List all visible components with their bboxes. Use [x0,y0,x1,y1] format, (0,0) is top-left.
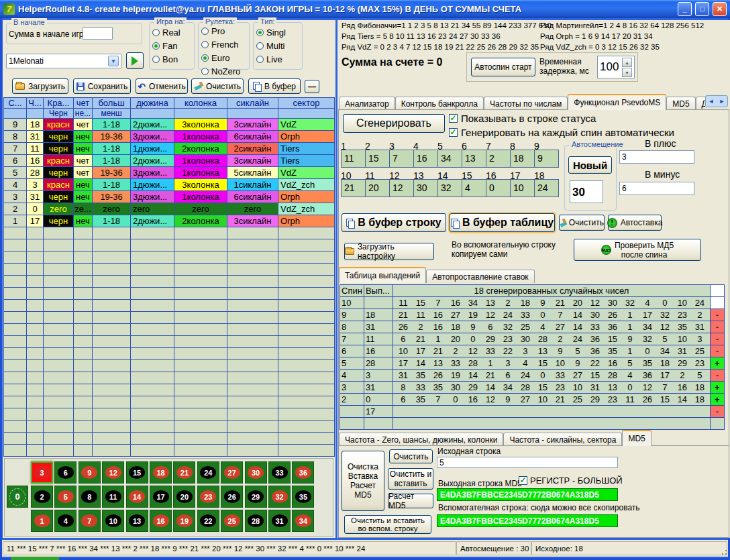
radio-nozero[interactable]: NoZero [201,66,246,76]
board-cell-33[interactable]: 33 [268,461,291,484]
buffer-table-button[interactable]: В буфер таблицу [450,213,555,232]
undo-button[interactable]: ↶Отменить [136,78,188,94]
tab-scroll-right-icon[interactable]: ► [719,98,725,105]
run-profile-button[interactable] [126,52,144,69]
spinner-up-icon[interactable]: ▲ [622,58,632,67]
board-cell-35[interactable]: 35 [292,486,314,508]
md5-calc-button[interactable]: Расчет MD5 [388,494,433,508]
board-cell-21[interactable]: 21 [173,461,195,484]
tab-частота-сиклайны-сектора[interactable]: Частота - сиклайны, сектора [503,433,622,446]
tab-деление-ко[interactable]: Деление ко [696,97,705,110]
board-cell-29[interactable]: 29 [245,486,267,508]
board-cell-28[interactable]: 28 [245,510,267,532]
board-cell-25[interactable]: 25 [221,510,243,532]
minimize-button[interactable]: _ [678,2,692,16]
board-cell-12[interactable]: 12 [102,461,124,484]
radio-french[interactable]: French [201,40,246,50]
radio-icon[interactable] [256,42,264,50]
save-button[interactable]: Сохранить [73,78,131,94]
tab-md5[interactable]: MD5 [622,430,651,446]
board-cell-18[interactable]: 18 [150,461,172,484]
radio-icon[interactable] [256,56,264,63]
radio-real[interactable]: Real [152,27,191,38]
board-cell-27[interactable]: 27 [221,461,243,484]
board-cell-30[interactable]: 30 [245,461,267,484]
autospin-start-button[interactable]: Автоспин старт [471,58,535,76]
checkbox-checked-icon[interactable]: ✓ [449,128,458,137]
board-cell-13[interactable]: 13 [126,510,148,532]
board-cell-11[interactable]: 11 [102,486,124,508]
board-cell-36[interactable]: 36 [292,461,314,484]
tab-анализатор[interactable]: Анализатор [339,97,395,110]
tab-md5[interactable]: MD5 [666,97,695,110]
board-cell-1[interactable]: 1 [31,510,53,532]
board-cell-34[interactable]: 34 [292,510,314,532]
tab-частота-zero-шансы-дюжины-колонки[interactable]: Частота - Zero, шансы, дюжины, колонки [339,433,503,446]
radio-icon[interactable] [201,27,209,35]
board-cell-26[interactable]: 26 [221,486,243,508]
board-cell-8[interactable]: 8 [79,486,101,508]
radio-euro[interactable]: Euro [201,53,246,63]
board-cell-2[interactable]: 2 [31,486,53,508]
md5-clear-button[interactable]: Очистить [389,449,433,463]
board-cell-15[interactable]: 15 [126,461,148,484]
radio-pro[interactable]: Pro [201,26,246,36]
radio-icon[interactable] [152,29,160,36]
minus-input[interactable] [619,182,694,195]
md5-clear-paste-aux-button[interactable]: Очистить и вставить во вспом. строку [344,515,431,534]
radio-bon[interactable]: Bon [152,54,191,64]
maximize-button[interactable]: □ [695,2,709,16]
board-cell-10[interactable]: 10 [102,510,124,532]
collapse-button[interactable]: — [305,80,319,93]
radio-icon[interactable] [201,54,209,62]
tab-таблица-выпадений[interactable]: Таблица выпадений [339,267,426,283]
board-cell-9[interactable]: 9 [79,461,101,484]
board-cell-20[interactable]: 20 [173,486,195,508]
delay-spinner[interactable]: 100 ▲ ▼ [597,56,635,78]
board-cell-14[interactable]: 14 [126,486,148,508]
check-md5-button[interactable]: МД5Проверить МД5 после спина [574,239,701,261]
board-cell-0[interactable]: 0 [7,486,28,508]
md5-source-input[interactable] [437,457,618,468]
board-cell-7[interactable]: 7 [79,510,101,532]
radio-icon[interactable] [201,68,209,75]
cb-show-status[interactable]: ✓ Показывать в строке статуса [449,113,596,124]
board-cell-32[interactable]: 32 [268,486,291,508]
radio-icon[interactable] [152,56,160,63]
plus-input[interactable] [619,150,694,164]
clear-button[interactable]: Очистить [191,78,244,94]
generate-button[interactable]: Сгенерировать [343,114,445,133]
board-cell-17[interactable]: 17 [150,486,172,508]
radio-icon[interactable] [152,42,160,50]
board-cell-19[interactable]: 19 [173,510,195,532]
board-cell-23[interactable]: 23 [197,486,219,508]
profile-combo[interactable]: 1Melonati ▼ [6,54,121,68]
radio-multi[interactable]: Multi [256,41,299,51]
load-settings-button[interactable]: Загрузить настройку [344,243,434,260]
tab-scroll-left-icon[interactable]: ◄ [709,98,715,105]
board-cell-4[interactable]: 4 [54,510,76,532]
board-cell-22[interactable]: 22 [197,510,219,532]
board-cell-3[interactable]: 3 [31,461,53,484]
checkbox-checked-icon[interactable]: ✓ [449,114,458,123]
radio-live[interactable]: Live [256,54,299,64]
md5-clear-paste-button[interactable]: Очистить и вставить [388,468,433,490]
radio-icon[interactable] [256,29,264,36]
tab-функционал-psevdoms[interactable]: Функционал PsevdoMS [568,94,666,110]
close-button[interactable]: ✕ [713,2,727,16]
board-cell-16[interactable]: 16 [150,510,172,532]
radio-singl[interactable]: Singl [256,27,299,38]
md5-case-checkbox[interactable]: ✓ РЕГИСТР - БОЛЬШОЙ [519,475,623,486]
md5-big-button[interactable]: Очистка Вставка Расчет MD5 [342,451,384,511]
radio-fan[interactable]: Fan [152,41,191,51]
combo-dropdown-icon[interactable]: ▼ [108,56,119,66]
start-sum-input[interactable] [83,27,113,40]
tab-scroll-buttons[interactable]: ◄► [705,95,728,107]
tab-частоты-по-числам[interactable]: Частоты по числам [484,97,568,110]
board-cell-24[interactable]: 24 [197,461,219,484]
radio-icon[interactable] [201,41,209,48]
load-button[interactable]: Загрузить [12,78,68,94]
checkbox-checked-icon[interactable]: ✓ [519,476,527,485]
tab-автопроставление-ставок[interactable]: Автопроставление ставок [426,270,534,283]
board-cell-31[interactable]: 31 [268,510,291,532]
